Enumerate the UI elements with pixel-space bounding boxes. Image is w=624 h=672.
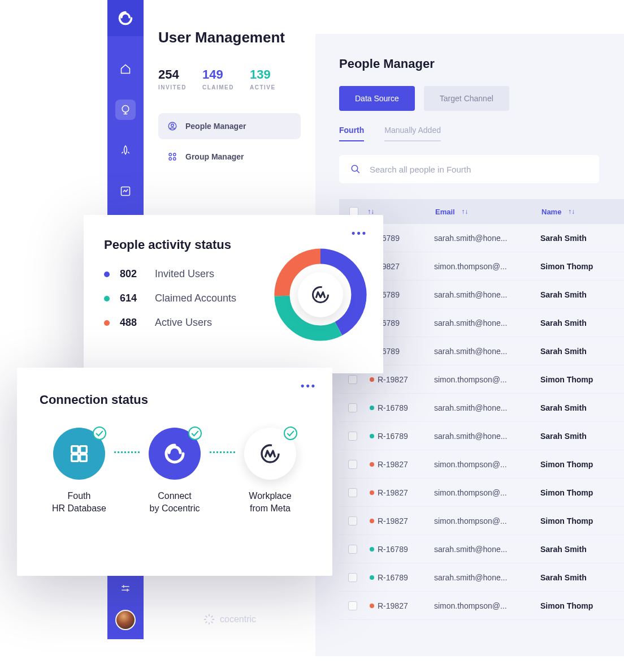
cell-id: 19827 bbox=[378, 262, 434, 271]
cell-email: sarah.smith@hone... bbox=[434, 545, 540, 554]
table-row[interactable]: R-16789sarah.smith@hone...Sarah Smith bbox=[339, 422, 624, 450]
sub-tab-manual[interactable]: Manually Added bbox=[384, 126, 441, 141]
status-dot bbox=[370, 519, 374, 523]
table-row[interactable]: R-19827simon.thompson@...Simon Thomp bbox=[339, 592, 624, 620]
row-checkbox[interactable] bbox=[348, 545, 357, 554]
legend-dot bbox=[104, 296, 110, 301]
cell-name: Simon Thomp bbox=[540, 460, 624, 469]
chart-icon bbox=[120, 186, 131, 197]
search-input[interactable] bbox=[370, 165, 588, 174]
svg-point-0 bbox=[122, 106, 129, 113]
conn-node-fourth: Fouth HR Database bbox=[40, 428, 119, 514]
svg-rect-16 bbox=[80, 455, 87, 462]
cell-id: 16789 bbox=[378, 234, 434, 243]
more-menu[interactable]: ••• bbox=[352, 227, 367, 239]
row-checkbox[interactable] bbox=[348, 516, 357, 525]
sort-icon: ↑↓ bbox=[461, 208, 468, 216]
cell-name: Simon Thomp bbox=[540, 601, 624, 610]
svg-point-4 bbox=[169, 153, 172, 156]
cell-email: sarah.smith@hone... bbox=[434, 432, 540, 441]
search-box[interactable] bbox=[339, 155, 599, 183]
stat-claimed: 149 CLAIMED bbox=[202, 67, 234, 91]
cell-id: R-19827 bbox=[378, 488, 434, 497]
row-checkbox[interactable] bbox=[348, 488, 357, 497]
cell-email: sarah.smith@hone... bbox=[434, 573, 540, 582]
sidebar-item-analytics[interactable] bbox=[115, 181, 136, 201]
cell-email: simon.thompson@... bbox=[434, 488, 540, 497]
svg-point-3 bbox=[171, 124, 174, 127]
tab-data-source[interactable]: Data Source bbox=[339, 86, 415, 111]
cell-id: R-19827 bbox=[378, 601, 434, 610]
legend-label: Active Users bbox=[155, 317, 212, 329]
svg-rect-15 bbox=[72, 455, 79, 462]
row-checkbox[interactable] bbox=[348, 403, 357, 412]
row-checkbox[interactable] bbox=[348, 460, 357, 469]
globe-icon bbox=[120, 104, 131, 115]
conn-label: Connect by Cocentric bbox=[150, 490, 200, 514]
connection-row: Fouth HR Database Connect by Cocentric bbox=[40, 428, 310, 514]
sidebar-item-home[interactable] bbox=[115, 59, 136, 79]
status-badge bbox=[284, 427, 297, 440]
cell-id: 16789 bbox=[378, 318, 434, 328]
legend-label: Claimed Accounts bbox=[155, 292, 236, 304]
conn-circle bbox=[244, 428, 296, 480]
sort-icon: ↑↓ bbox=[568, 208, 575, 216]
table-row[interactable]: R-16789sarah.smith@hone...Sarah Smith bbox=[339, 394, 624, 422]
card-connection-status: ••• Connection status Fouth HR Database bbox=[17, 368, 332, 576]
cell-id: R-16789 bbox=[378, 432, 434, 441]
conn-label: Fouth HR Database bbox=[52, 490, 106, 514]
nav-list: People Manager Group Manager bbox=[158, 113, 301, 170]
row-checkbox[interactable] bbox=[348, 573, 357, 582]
page-title: User Management bbox=[158, 28, 301, 47]
donut-center bbox=[298, 272, 343, 317]
table-row[interactable]: R-16789sarah.smith@hone...Sarah Smith bbox=[339, 535, 624, 563]
grid-icon bbox=[167, 152, 177, 162]
legend-value: 488 bbox=[120, 317, 145, 329]
tab-buttons: Data Source Target Channel bbox=[339, 86, 624, 111]
th-email[interactable]: Email ↑↓ bbox=[435, 208, 541, 216]
conn-node-cocentric: Connect by Cocentric bbox=[135, 428, 214, 514]
sidebar-item-rocket[interactable] bbox=[115, 140, 136, 161]
nav-item-group-manager[interactable]: Group Manager bbox=[158, 144, 301, 170]
sliders-icon bbox=[120, 583, 131, 594]
svg-point-5 bbox=[174, 153, 176, 156]
svg-point-6 bbox=[169, 157, 172, 160]
sidebar-item-users[interactable] bbox=[115, 100, 136, 120]
sidebar-logo[interactable] bbox=[107, 0, 144, 36]
svg-rect-14 bbox=[80, 446, 87, 453]
stats-row: 254 INVITED 149 CLAIMED 139 ACTIVE bbox=[158, 67, 301, 91]
home-icon bbox=[120, 63, 131, 75]
cell-id: 16789 bbox=[378, 290, 434, 299]
cell-email: simon.thompson@... bbox=[434, 516, 540, 525]
table-row[interactable]: R-16789sarah.smith@hone...Sarah Smith bbox=[339, 563, 624, 592]
cell-name: Sarah Smith bbox=[540, 347, 624, 356]
status-dot bbox=[370, 462, 374, 467]
table-row[interactable]: R-19827simon.thompson@...Simon Thomp bbox=[339, 507, 624, 535]
svg-rect-13 bbox=[72, 446, 79, 453]
tab-target-channel[interactable]: Target Channel bbox=[424, 86, 509, 111]
cell-name: Simon Thomp bbox=[540, 375, 624, 384]
nav-item-people-manager[interactable]: People Manager bbox=[158, 113, 301, 139]
row-checkbox[interactable] bbox=[348, 375, 357, 384]
th-name[interactable]: Name ↑↓ bbox=[541, 208, 624, 216]
sidebar-item-settings[interactable] bbox=[115, 578, 136, 598]
cell-name: Sarah Smith bbox=[540, 234, 624, 243]
legend-value: 614 bbox=[120, 292, 145, 304]
donut-chart bbox=[272, 247, 369, 343]
cell-name: Sarah Smith bbox=[540, 403, 624, 412]
th-id[interactable]: ↑↓ bbox=[367, 208, 435, 216]
legend-value: 802 bbox=[120, 268, 145, 280]
sub-tabs: Fourth Manually Added bbox=[339, 126, 624, 141]
sub-tab-fourth[interactable]: Fourth bbox=[339, 126, 364, 141]
row-checkbox[interactable] bbox=[348, 601, 357, 610]
conn-node-workplace: Workplace from Meta bbox=[231, 428, 310, 514]
avatar[interactable] bbox=[115, 610, 136, 630]
table-row[interactable]: R-19827simon.thompson@...Simon Thomp bbox=[339, 450, 624, 479]
row-checkbox[interactable] bbox=[348, 432, 357, 441]
check-icon bbox=[189, 422, 201, 445]
table-row[interactable]: R-19827simon.thompson@...Simon Thomp bbox=[339, 479, 624, 507]
cell-email: sarah.smith@hone... bbox=[434, 234, 540, 243]
cell-id: R-16789 bbox=[378, 545, 434, 554]
status-dot bbox=[370, 490, 374, 495]
more-menu[interactable]: ••• bbox=[301, 380, 317, 392]
